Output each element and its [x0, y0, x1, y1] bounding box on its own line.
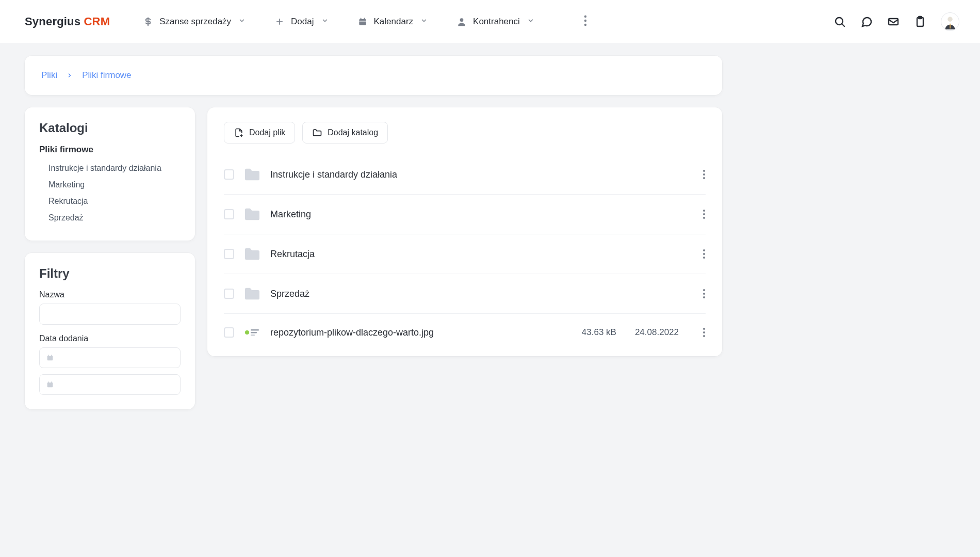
- logo-word-1: Synergius: [25, 15, 80, 28]
- svg-point-37: [703, 328, 705, 330]
- svg-rect-20: [51, 381, 52, 383]
- breadcrumb: Pliki Pliki firmowe: [41, 70, 706, 81]
- row-more-icon[interactable]: [703, 327, 706, 338]
- row-more-icon[interactable]: [703, 289, 706, 299]
- svg-point-25: [703, 213, 705, 215]
- svg-rect-3: [364, 18, 365, 19]
- nav-calendar[interactable]: Kalendarz: [357, 17, 428, 27]
- svg-rect-34: [251, 329, 259, 331]
- row-more-icon[interactable]: [703, 209, 706, 219]
- chevron-down-icon: [527, 17, 534, 27]
- file-row[interactable]: repozytorium-plikow-dlaczego-warto.jpg43…: [224, 314, 706, 351]
- row-name: Instrukcje i standardy działania: [270, 169, 679, 180]
- tree-item[interactable]: Rekrutacja: [48, 193, 181, 210]
- clipboard-icon[interactable]: [914, 15, 926, 28]
- logo: Synergius CRM: [25, 15, 110, 28]
- folder-row[interactable]: Instrukcje i standardy działania: [224, 155, 706, 195]
- filters-card: Filtry Nazwa Data dodania: [25, 253, 195, 409]
- svg-rect-4: [359, 21, 366, 21]
- nav-more-icon[interactable]: [584, 15, 587, 28]
- breadcrumb-root[interactable]: Pliki: [41, 70, 57, 81]
- row-name: repozytorium-plikow-dlaczego-warto.jpg: [270, 327, 563, 338]
- row-checkbox[interactable]: [224, 289, 234, 299]
- file-rows: Instrukcje i standardy działaniaMarketin…: [224, 155, 706, 351]
- breadcrumb-current[interactable]: Pliki firmowe: [82, 70, 131, 81]
- row-date: 24.08.2022: [635, 327, 679, 338]
- tree-item[interactable]: Instrukcje i standardy działania: [48, 160, 181, 177]
- folder-icon: [243, 207, 261, 221]
- toolbar: Dodaj plik Dodaj katalog: [224, 122, 706, 144]
- row-checkbox[interactable]: [224, 327, 234, 338]
- svg-point-7: [584, 20, 586, 22]
- svg-point-31: [703, 293, 705, 295]
- nav-label: Kalendarz: [374, 17, 414, 27]
- row-size: 43.63 kB: [582, 327, 616, 338]
- svg-point-28: [703, 253, 705, 255]
- filter-name-input[interactable]: [39, 304, 181, 325]
- svg-point-29: [703, 257, 705, 259]
- folder-row[interactable]: Marketing: [224, 195, 706, 234]
- row-checkbox[interactable]: [224, 169, 234, 180]
- nav-opportunities[interactable]: Szanse sprzedaży: [143, 17, 246, 27]
- breadcrumb-card: Pliki Pliki firmowe: [25, 56, 722, 95]
- svg-rect-15: [47, 356, 53, 360]
- filter-date-to[interactable]: [39, 374, 181, 395]
- row-checkbox[interactable]: [224, 209, 234, 219]
- calendar-icon: [46, 380, 54, 389]
- svg-point-23: [703, 177, 705, 179]
- file-plus-icon: [234, 128, 244, 138]
- svg-point-27: [703, 249, 705, 251]
- svg-rect-35: [251, 332, 257, 333]
- row-more-icon[interactable]: [703, 249, 706, 259]
- nav-add[interactable]: Dodaj: [274, 17, 328, 27]
- row-name: Rekrutacja: [270, 249, 679, 260]
- sidebar: Katalogi Pliki firmowe Instrukcje i stan…: [25, 107, 195, 409]
- svg-rect-16: [48, 355, 49, 356]
- svg-point-26: [703, 217, 705, 219]
- svg-point-39: [703, 335, 705, 337]
- page: Pliki Pliki firmowe Katalogi Pliki firmo…: [0, 43, 743, 430]
- folder-row[interactable]: Rekrutacja: [224, 234, 706, 274]
- mail-icon[interactable]: [887, 15, 900, 28]
- catalogs-title: Katalogi: [39, 121, 181, 135]
- svg-point-22: [703, 173, 705, 176]
- chat-icon[interactable]: [860, 15, 873, 28]
- svg-point-5: [460, 18, 464, 22]
- folder-row[interactable]: Sprzedaż: [224, 274, 706, 314]
- svg-point-33: [245, 330, 249, 335]
- svg-point-24: [703, 210, 705, 212]
- nav-contractors[interactable]: Kontrahenci: [456, 17, 534, 27]
- tree-item[interactable]: Marketing: [48, 177, 181, 193]
- svg-point-32: [703, 296, 705, 298]
- tree-item[interactable]: Sprzedaż: [48, 210, 181, 226]
- add-folder-button[interactable]: Dodaj katalog: [302, 122, 388, 144]
- image-thumb-icon: [243, 326, 261, 339]
- search-icon[interactable]: [834, 15, 846, 28]
- main-nav: Szanse sprzedaży Dodaj Kalendarz: [143, 15, 587, 28]
- avatar[interactable]: [941, 12, 959, 31]
- file-list-card: Dodaj plik Dodaj katalog Instrukcje i st…: [207, 107, 722, 356]
- folder-icon: [243, 167, 261, 182]
- row-checkbox[interactable]: [224, 249, 234, 259]
- topbar-actions: [834, 12, 959, 31]
- svg-point-8: [584, 24, 586, 26]
- filter-date-from[interactable]: [39, 347, 181, 368]
- svg-rect-19: [48, 381, 49, 383]
- svg-rect-17: [51, 355, 52, 356]
- chevron-down-icon: [238, 17, 246, 27]
- calendar-icon: [357, 17, 368, 27]
- row-more-icon[interactable]: [703, 169, 706, 180]
- dollar-icon: [143, 17, 153, 27]
- calendar-icon: [46, 354, 54, 362]
- svg-rect-14: [950, 23, 951, 28]
- add-file-button[interactable]: Dodaj plik: [224, 122, 295, 144]
- row-name: Marketing: [270, 209, 679, 220]
- svg-point-38: [703, 331, 705, 333]
- svg-point-21: [703, 170, 705, 172]
- nav-label: Szanse sprzedaży: [159, 17, 231, 27]
- plus-icon: [274, 17, 285, 27]
- catalogs-card: Katalogi Pliki firmowe Instrukcje i stan…: [25, 107, 195, 241]
- tree-list: Instrukcje i standardy działania Marketi…: [39, 160, 181, 226]
- chevron-down-icon: [321, 17, 329, 27]
- tree-root[interactable]: Pliki firmowe: [39, 145, 181, 155]
